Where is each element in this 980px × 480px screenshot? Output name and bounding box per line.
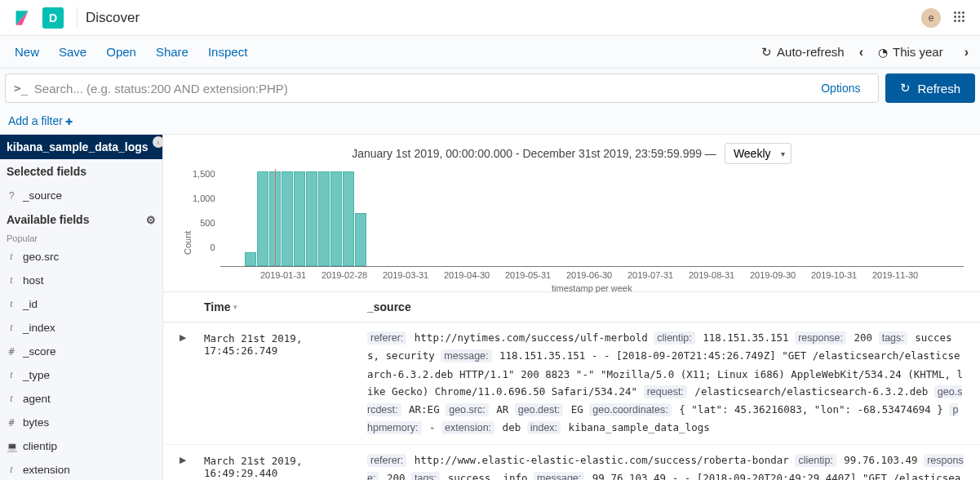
clock-icon [878, 45, 888, 59]
column-source-header[interactable]: _source [367, 300, 964, 313]
search-prefix: >_ [14, 82, 28, 95]
field-type-icon [7, 298, 16, 310]
bars-plot [220, 169, 964, 267]
field-name: clientip [23, 440, 57, 452]
row-time: March 21st 2019, 16:49:29.440 [204, 451, 367, 481]
expand-row-button[interactable]: ▶ [180, 329, 204, 438]
main-panel: January 1st 2019, 00:00:00.000 - Decembe… [163, 135, 980, 480]
available-fields-header: Available fields [0, 207, 162, 232]
column-time-header[interactable]: Time [204, 300, 367, 313]
field-type-icon [7, 369, 16, 381]
field-item-_score[interactable]: _score [0, 340, 162, 363]
app-badge[interactable]: D [42, 7, 64, 29]
kibana-logo[interactable] [11, 7, 33, 29]
field-item-clientip[interactable]: clientip [0, 434, 162, 458]
table-row: ▶March 21st 2019, 17:45:26.749referer: h… [163, 322, 980, 445]
field-type-icon [7, 346, 16, 358]
field-item-bytes[interactable]: bytes [0, 411, 162, 434]
save-button[interactable]: Save [49, 40, 96, 64]
y-axis-ticks: 1,5001,0005000 [193, 169, 220, 291]
sidebar-collapse-button[interactable]: ‹ [153, 136, 163, 148]
search-wrapper: >_ Options [5, 73, 879, 103]
bar[interactable] [343, 171, 354, 266]
field-item-_source[interactable]: _source [0, 184, 162, 207]
field-name: _id [23, 298, 38, 310]
bar[interactable] [294, 171, 305, 266]
field-type-icon [7, 322, 16, 334]
field-type-icon [7, 251, 16, 263]
time-prev-button[interactable]: ‹ [853, 45, 870, 60]
field-item-geo.src[interactable]: geo.src [0, 245, 162, 269]
interval-select[interactable]: Weekly [725, 143, 792, 164]
app-title: Discover [86, 10, 140, 26]
expand-row-button[interactable]: ▶ [180, 451, 204, 481]
field-name: _source [23, 189, 62, 202]
field-name: _type [23, 369, 50, 381]
time-range-label: This year [893, 45, 950, 59]
search-input[interactable] [34, 82, 811, 96]
field-name: bytes [23, 416, 49, 429]
apps-grid-icon[interactable] [954, 11, 967, 24]
field-item-extension[interactable]: extension [0, 458, 162, 480]
field-item-agent[interactable]: agent [0, 387, 162, 411]
add-filter-button[interactable]: Add a filter [8, 114, 73, 127]
row-source: referer: http://www.elastic-elastic-elas… [367, 451, 964, 481]
selected-fields-header: Selected fields [0, 159, 162, 184]
sidebar: kibana_sample_data_logs ‹ Selected field… [0, 135, 163, 480]
field-name: extension [23, 464, 70, 476]
bar[interactable] [355, 213, 366, 266]
search-options-link[interactable]: Options [811, 82, 870, 95]
field-type-icon [7, 464, 16, 476]
filter-row: Add a filter [0, 108, 980, 135]
bar[interactable] [318, 171, 330, 266]
time-next-button[interactable]: › [958, 45, 975, 60]
table-header: Time _source [163, 292, 980, 322]
y-axis-label: Count [180, 169, 193, 291]
field-type-icon [7, 393, 16, 405]
row-time: March 21st 2019, 17:45:26.749 [204, 329, 367, 438]
refresh-button[interactable]: Refresh [885, 73, 975, 103]
user-avatar[interactable]: e [921, 8, 941, 28]
topbar: D Discover e [0, 0, 980, 36]
document-table: Time _source ▶March 21st 2019, 17:45:26.… [163, 291, 980, 480]
field-type-icon [7, 190, 16, 202]
index-pattern-selector[interactable]: kibana_sample_data_logs [0, 135, 162, 159]
table-row: ▶March 21st 2019, 16:49:29.440referer: h… [163, 445, 980, 481]
field-item-host[interactable]: host [0, 269, 162, 292]
field-name: _index [23, 322, 55, 334]
bar[interactable] [245, 252, 256, 266]
row-source: referer: http://nytimes.com/success/ulf-… [367, 329, 964, 438]
histogram-chart[interactable]: Count 1,5001,0005000 2019-01-312019-02-2… [180, 169, 964, 291]
refresh-icon [761, 45, 772, 60]
time-marker [275, 169, 276, 266]
field-type-icon [7, 274, 16, 287]
bar[interactable] [257, 171, 268, 266]
chart-area: January 1st 2019, 00:00:00.000 - Decembe… [163, 135, 980, 291]
field-item-_index[interactable]: _index [0, 316, 162, 340]
field-name: host [23, 274, 44, 287]
field-type-icon [7, 441, 16, 452]
bar[interactable] [330, 171, 342, 266]
bar[interactable] [306, 171, 317, 266]
time-picker[interactable]: This year [870, 45, 958, 59]
bar[interactable] [282, 171, 293, 266]
field-item-_id[interactable]: _id [0, 292, 162, 316]
new-button[interactable]: New [5, 40, 49, 64]
auto-refresh-label: Auto-refresh [777, 45, 845, 59]
field-name: agent [23, 393, 51, 405]
auto-refresh-button[interactable]: Auto-refresh [753, 45, 853, 60]
chart-time-range: January 1st 2019, 00:00:00.000 - Decembe… [352, 147, 716, 160]
open-button[interactable]: Open [96, 40, 146, 64]
field-type-icon [7, 417, 16, 429]
inspect-button[interactable]: Inspect [198, 40, 257, 64]
field-item-_type[interactable]: _type [0, 363, 162, 387]
x-axis-label: timestamp per week [220, 283, 964, 293]
field-name: _score [23, 345, 56, 358]
field-name: geo.src [23, 251, 59, 263]
divider [77, 7, 78, 29]
x-axis-ticks: 2019-01-312019-02-282019-03-312019-04-30… [220, 270, 964, 280]
gear-icon[interactable] [146, 213, 156, 226]
popular-label: Popular [0, 232, 162, 245]
share-button[interactable]: Share [146, 40, 198, 64]
search-row: >_ Options Refresh [0, 69, 980, 108]
